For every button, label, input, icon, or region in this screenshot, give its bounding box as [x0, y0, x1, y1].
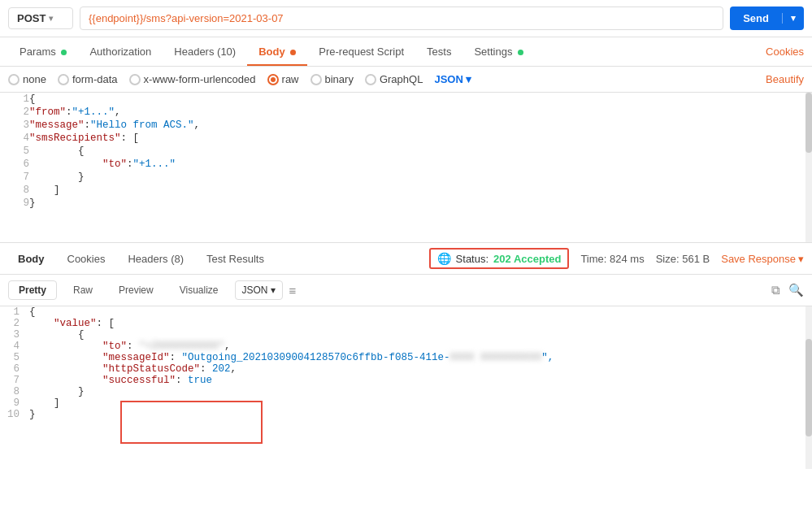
method-chevron: ▾ [49, 14, 53, 23]
line-number: 1 [0, 306, 29, 318]
request-scrollbar-thumb [805, 93, 812, 153]
format-visualize-button[interactable]: Visualize [170, 281, 228, 299]
method-select[interactable]: POST ▾ [8, 7, 73, 29]
line-number: 3 [0, 119, 29, 132]
resp-tab-body[interactable]: Body [8, 249, 54, 269]
size-display: Size: 561 B [656, 253, 710, 265]
params-dot [61, 50, 67, 55]
line-content: } [29, 386, 812, 397]
line-content: "from":"+1...", [29, 106, 812, 119]
line-number: 1 [0, 93, 29, 106]
tab-pre-request[interactable]: Pre-request Script [307, 37, 415, 66]
line-number: 2 [0, 106, 29, 119]
radio-form-data[interactable]: form-data [58, 73, 118, 85]
line-number: 5 [0, 352, 29, 363]
radio-urlencoded[interactable]: x-www-form-urlencoded [129, 73, 256, 85]
radio-binary[interactable]: binary [310, 73, 354, 85]
time-display: Time: 824 ms [580, 253, 644, 265]
line-content: "smsRecipients": [ [29, 132, 812, 145]
resp-tab-test-results[interactable]: Test Results [197, 249, 274, 269]
status-label: Status: [456, 253, 489, 265]
format-preview-button[interactable]: Preview [109, 281, 163, 299]
line-number: 5 [0, 145, 29, 158]
radio-circle-binary [310, 74, 322, 85]
line-content: "httpStatusCode": 202, [29, 363, 812, 375]
format-raw-button[interactable]: Raw [63, 281, 102, 299]
settings-dot [518, 50, 523, 55]
line-number: 9 [0, 197, 29, 210]
tab-headers[interactable]: Headers (10) [163, 37, 247, 66]
line-content: { [29, 145, 812, 158]
body-type-bar: none form-data x-www-form-urlencoded raw… [0, 67, 812, 93]
tab-settings[interactable]: Settings [462, 37, 535, 66]
beautify-button[interactable]: Beautify [766, 73, 804, 85]
response-scrollbar[interactable] [805, 306, 812, 469]
response-format-bar: Pretty Raw Preview Visualize JSON ▾ ≡ ⧉ … [0, 275, 812, 306]
filter-button[interactable]: ≡ [289, 284, 297, 297]
line-number: 8 [0, 184, 29, 197]
copy-button[interactable]: ⧉ [771, 283, 780, 297]
line-content: "to":"+1..." [29, 158, 812, 171]
search-button[interactable]: 🔍 [788, 283, 804, 297]
line-content: { [29, 93, 812, 106]
format-pretty-button[interactable]: Pretty [8, 280, 57, 300]
radio-raw[interactable]: raw [267, 73, 299, 85]
json-format-select[interactable]: JSON ▾ [434, 73, 471, 85]
response-json-select[interactable]: JSON ▾ [235, 280, 283, 300]
request-scrollbar[interactable] [805, 93, 812, 242]
request-code-editor[interactable]: 1{2"from":"+1...",3"message":"Hello from… [0, 93, 812, 243]
line-number: 9 [0, 397, 29, 409]
line-number: 2 [0, 318, 29, 329]
tab-body[interactable]: Body [247, 37, 307, 66]
response-actions: ⧉ 🔍 [771, 283, 804, 297]
resp-tab-headers[interactable]: Headers (8) [118, 249, 193, 269]
line-content: "message":"Hello from ACS.", [29, 119, 812, 132]
line-content: "value": [ [29, 318, 812, 329]
tab-tests[interactable]: Tests [415, 37, 462, 66]
line-number: 3 [0, 329, 29, 341]
tab-authorization[interactable]: Authorization [78, 37, 163, 66]
cookies-link[interactable]: Cookies [766, 46, 804, 58]
response-scrollbar-thumb [805, 339, 812, 436]
globe-icon: 🌐 [437, 252, 451, 265]
save-response-button[interactable]: Save Response ▾ [721, 253, 804, 265]
response-code-editor[interactable]: 1{2 "value": [3 {4 "to": "+2XXXXXXXXXX",… [0, 306, 812, 469]
tab-params[interactable]: Params [8, 37, 78, 66]
status-value: 202 Accepted [493, 253, 561, 265]
line-content: "successful": true [29, 375, 812, 386]
status-badge: 🌐 Status: 202 Accepted [429, 248, 570, 269]
line-content: } [29, 197, 812, 210]
line-number: 6 [0, 363, 29, 375]
radio-circle-urlencoded [129, 74, 141, 85]
line-content: } [29, 409, 812, 420]
radio-graphql[interactable]: GraphQL [365, 73, 423, 85]
line-content: "messageId": "Outgoing_20210309004128570… [29, 352, 812, 363]
line-number: 7 [0, 375, 29, 386]
line-content: { [29, 329, 812, 341]
response-tab-bar: Body Cookies Headers (8) Test Results 🌐 … [0, 243, 812, 275]
line-number: 8 [0, 386, 29, 397]
resp-tab-cookies[interactable]: Cookies [58, 249, 115, 269]
send-label: Send [730, 12, 782, 24]
send-button[interactable]: Send ▾ [730, 7, 804, 30]
radio-none[interactable]: none [8, 73, 46, 85]
url-input[interactable] [80, 7, 723, 30]
line-number: 7 [0, 171, 29, 184]
body-dot [290, 50, 296, 55]
line-number: 6 [0, 158, 29, 171]
line-content: } [29, 171, 812, 184]
line-content: { [29, 306, 812, 318]
line-content: "to": "+2XXXXXXXXXX", [29, 341, 812, 352]
line-content: ] [29, 184, 812, 197]
radio-circle-form-data [58, 74, 69, 85]
line-number: 10 [0, 409, 29, 420]
line-number: 4 [0, 341, 29, 352]
radio-circle-none [8, 74, 20, 85]
line-content: ] [29, 397, 812, 409]
line-number: 4 [0, 132, 29, 145]
radio-circle-raw [267, 74, 279, 85]
url-bar: POST ▾ Send ▾ [0, 0, 812, 37]
send-dropdown-arrow[interactable]: ▾ [782, 13, 804, 24]
request-tab-bar: Params Authorization Headers (10) Body P… [0, 37, 812, 67]
radio-circle-graphql [365, 74, 376, 85]
